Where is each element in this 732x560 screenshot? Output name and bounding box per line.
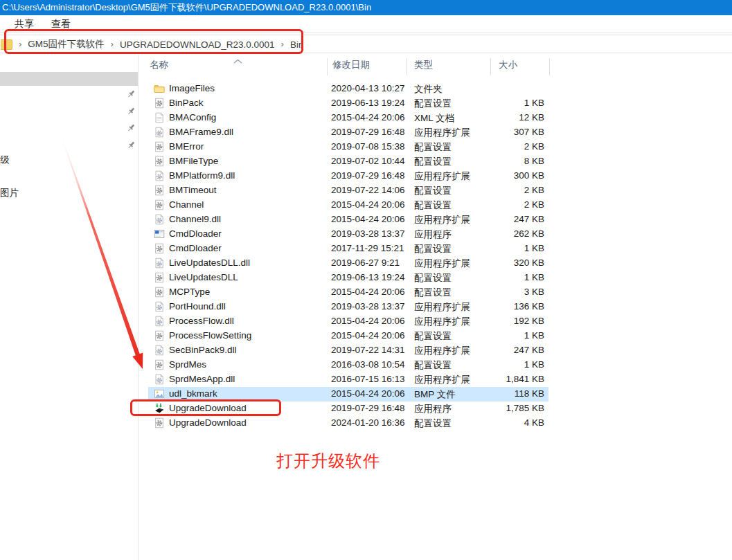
file-type: 配置设置 (414, 243, 452, 255)
file-name: PortHound.dll (169, 301, 226, 311)
sidebar-selected-item[interactable] (0, 72, 138, 86)
sidebar-item-pictures[interactable]: 图片 (0, 187, 19, 199)
column-divider[interactable] (327, 58, 328, 75)
file-date-modified: 2015-04-24 20:06 (331, 388, 405, 399)
table-row[interactable]: Channel2015-04-24 20:06配置设置2 KB (148, 198, 548, 213)
chevron-right-icon: › (105, 39, 120, 51)
table-row[interactable]: SecBinPack9.dll2019-07-22 14:31应用程序扩展247… (148, 343, 548, 358)
file-date-modified: 2015-04-24 20:06 (331, 330, 405, 341)
file-size: 1 KB (488, 98, 544, 108)
table-row[interactable]: CmdDloader2017-11-29 15:21配置设置1 KB (148, 242, 548, 256)
tab-view[interactable]: 查看 (51, 18, 71, 30)
file-name: BMError (169, 141, 204, 152)
window-title: C:\Users\Administrator\Desktop\GM5固件下载软件… (2, 2, 371, 12)
table-row[interactable]: BMAFrame9.dll2019-07-29 16:48应用程序扩展307 K… (148, 125, 548, 140)
column-divider[interactable] (549, 58, 550, 75)
config-icon (154, 287, 165, 298)
config-icon (154, 359, 165, 370)
table-row[interactable]: BMFileType2019-07-02 10:44配置设置8 KB (148, 154, 548, 169)
config-icon (154, 98, 165, 109)
explorer-window: C:\Users\Administrator\Desktop\GM5固件下载软件… (0, 0, 732, 560)
file-size: 2 KB (488, 199, 544, 210)
breadcrumb-item-gm5[interactable]: GM5固件下载软件 (28, 38, 104, 51)
chevron-right-icon: › (275, 39, 290, 51)
breadcrumb-item-bin[interactable]: Bin (290, 39, 304, 50)
file-name: udl_bkmark (169, 388, 217, 399)
table-row[interactable]: SprdMesApp.dll2016-07-15 16:13应用程序扩展1,84… (148, 372, 548, 387)
table-row[interactable]: BMTimeout2019-07-22 14:06配置设置2 KB (148, 183, 548, 198)
column-divider[interactable] (490, 58, 491, 75)
column-divider[interactable] (407, 58, 407, 75)
upgrade-app-icon (154, 403, 165, 414)
column-header-date-modified[interactable]: 修改日期 (332, 59, 370, 71)
pin-icon[interactable] (126, 107, 136, 117)
file-size: 8 KB (488, 156, 544, 166)
table-row[interactable]: SprdMes2016-03-08 10:54配置设置1 KB (148, 358, 548, 372)
file-type: 文件夹 (414, 83, 443, 96)
file-name: LiveUpdatesDLL (169, 272, 238, 282)
column-header-type[interactable]: 类型 (414, 59, 433, 71)
dll-icon (154, 316, 165, 327)
dll-icon (154, 127, 165, 138)
file-name: UpgradeDownload (169, 403, 247, 413)
file-date-modified: 2020-04-13 10:27 (331, 83, 405, 93)
table-row[interactable]: PortHound.dll2019-03-28 13:37应用程序扩展136 K… (148, 300, 548, 314)
column-header-size[interactable]: 大小 (499, 59, 517, 71)
breadcrumb-item-upgradedownload[interactable]: UPGRADEDOWNLOAD_R23.0.0001 (120, 39, 275, 50)
table-row[interactable]: ImageFiles2020-04-13 10:27文件夹 (148, 82, 548, 96)
file-name: SprdMes (169, 359, 206, 370)
table-row[interactable]: BMError2019-07-08 15:38配置设置2 KB (148, 140, 548, 154)
file-date-modified: 2019-07-08 15:38 (331, 141, 405, 152)
table-row[interactable]: UpgradeDownload2019-07-29 16:48应用程序1,785… (148, 401, 548, 416)
file-size: 247 KB (488, 345, 544, 355)
file-type: 应用程序扩展 (414, 214, 470, 226)
pin-icon[interactable] (126, 123, 136, 134)
table-row[interactable]: MCPType2015-04-24 20:06配置设置3 KB (148, 285, 548, 300)
table-row[interactable]: udl_bkmark2015-04-24 20:06BMP 文件118 KB (148, 387, 548, 401)
table-row[interactable]: ProcessFlow.dll2015-04-24 20:06应用程序扩展192… (148, 314, 548, 329)
file-type: 应用程序扩展 (414, 258, 470, 270)
address-bar[interactable]: › GM5固件下载软件 › UPGRADEDOWNLOAD_R23.0.0001… (0, 33, 732, 55)
table-row[interactable]: BMPlatform9.dll2019-07-29 16:48应用程序扩展300… (148, 169, 548, 183)
file-name: MCPType (169, 287, 210, 297)
file-name: CmdDloader (169, 243, 222, 253)
ribbon-tab-bar: 共享 查看 (0, 15, 732, 33)
table-row[interactable]: LiveUpdatesDLL2019-06-13 19:24配置设置1 KB (148, 271, 548, 285)
config-icon (154, 185, 165, 196)
file-size: 12 KB (488, 112, 544, 123)
table-row[interactable]: ProcessFlowSetting2015-04-24 20:06配置设置1 … (148, 329, 548, 343)
file-name: BMAFrame9.dll (169, 127, 233, 137)
bmp-icon (154, 388, 165, 399)
file-name: CmdDloader (169, 228, 222, 239)
file-name: ProcessFlow.dll (169, 316, 234, 326)
file-size: 136 KB (488, 301, 544, 311)
file-date-modified: 2016-07-15 16:13 (331, 374, 405, 384)
file-name: ProcessFlowSetting (169, 330, 251, 341)
file-size: 1,841 KB (488, 374, 544, 384)
file-date-modified: 2024-01-20 16:36 (331, 417, 405, 428)
file-size: 247 KB (488, 214, 544, 224)
file-type: 配置设置 (414, 287, 452, 299)
pin-icon[interactable] (126, 141, 136, 151)
file-name: BMTimeout (169, 185, 217, 195)
file-date-modified: 2015-04-24 20:06 (331, 214, 405, 224)
table-row[interactable]: BMAConfig2015-04-24 20:06XML 文档12 KB (148, 111, 548, 125)
table-row[interactable]: UpgradeDownload2024-01-20 16:36配置设置4 KB (148, 416, 548, 431)
tab-share[interactable]: 共享 (15, 18, 34, 30)
file-date-modified: 2015-04-24 20:06 (331, 316, 405, 326)
table-row[interactable]: Channel9.dll2015-04-24 20:06应用程序扩展247 KB (148, 213, 548, 227)
sidebar-item-partial[interactable]: 级 (0, 154, 10, 166)
file-type: 配置设置 (414, 141, 452, 154)
file-date-modified: 2019-03-28 13:37 (331, 301, 405, 311)
file-name: SecBinPack9.dll (169, 345, 237, 355)
table-row[interactable]: LiveUpdatesDLL.dll2019-06-27 9:21应用程序扩展3… (148, 256, 548, 271)
file-size: 307 KB (488, 127, 544, 137)
file-type: 配置设置 (414, 98, 452, 110)
file-size: 320 KB (488, 258, 544, 268)
column-header-name[interactable]: 名称 (150, 59, 168, 71)
folder-icon (154, 83, 165, 94)
table-row[interactable]: CmdDloader2019-03-28 13:37应用程序262 KB (148, 227, 548, 242)
file-type: 应用程序扩展 (414, 127, 470, 139)
table-row[interactable]: BinPack2019-06-13 19:24配置设置1 KB (148, 96, 548, 111)
pin-icon[interactable] (126, 89, 136, 100)
